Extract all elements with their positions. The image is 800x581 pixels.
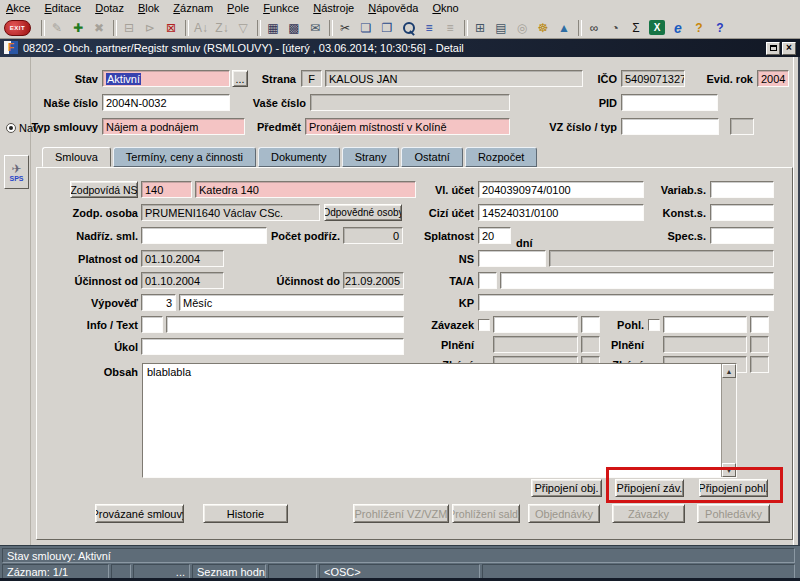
paper-plane-icon: ✈ xyxy=(11,163,21,175)
menu-blok[interactable]: Blok xyxy=(138,2,159,17)
cizi-ucet-field[interactable]: 14524031/0100 xyxy=(478,204,644,221)
zavazek-label: Závazek xyxy=(422,319,474,333)
query-run-icon: ⊳ xyxy=(140,19,160,37)
zodpovida-ns-name-field[interactable]: Katedra 140 xyxy=(195,181,416,198)
odpovedne-osoby-button[interactable]: Odpovědné osoby xyxy=(324,204,402,221)
evid-rok-label: Evid. rok xyxy=(693,73,753,87)
tab-rozpocet[interactable]: Rozpočet xyxy=(465,147,537,167)
excel-icon[interactable]: X xyxy=(649,20,665,35)
menu-akce[interactable]: Akce xyxy=(6,2,30,17)
mail-icon[interactable]: ✉ xyxy=(305,19,325,37)
info-code-field[interactable] xyxy=(141,316,163,333)
menu-pole[interactable]: Pole xyxy=(227,2,249,17)
spec-s-field[interactable] xyxy=(710,227,774,244)
evid-rok-field[interactable]: 2004 xyxy=(757,70,789,87)
gauge-icon[interactable]: ◔ xyxy=(605,19,625,37)
ico-field: 5409071327 xyxy=(621,70,685,87)
restore-button[interactable] xyxy=(766,42,780,55)
menu-nastroje[interactable]: Nástroje xyxy=(313,2,354,17)
tab-terminy-ceny-cinnosti[interactable]: Termíny, ceny a činnosti xyxy=(113,147,256,167)
scroll-down-icon[interactable]: ▼ xyxy=(722,463,736,477)
vz-typ-field xyxy=(730,118,754,135)
tab-smlouva[interactable]: Smlouva xyxy=(42,147,111,167)
nadriz-sml-field[interactable] xyxy=(141,227,267,244)
tab-strany[interactable]: Strany xyxy=(342,147,400,167)
vl-ucet-label: Vl. účet xyxy=(420,184,474,198)
search-icon[interactable] xyxy=(398,19,418,37)
zavazek-field[interactable] xyxy=(493,316,578,333)
vypoved-count-field[interactable]: 3 xyxy=(141,294,176,311)
link-icon[interactable]: ∞ xyxy=(584,19,604,37)
values-list-icon[interactable]: ≡ xyxy=(419,19,439,37)
sum-icon[interactable]: Σ xyxy=(626,19,646,37)
zavazek-checkbox[interactable] xyxy=(478,319,490,331)
stav-field[interactable]: Aktivní xyxy=(102,70,230,87)
ukol-field[interactable] xyxy=(141,338,404,355)
ta-a-name-field[interactable] xyxy=(500,272,774,289)
add-record-icon[interactable]: ✚ xyxy=(68,19,88,37)
vz-cislo-field[interactable] xyxy=(621,118,719,135)
konst-s-field[interactable] xyxy=(710,204,774,221)
obsah-scrollbar[interactable]: ▲ ▼ xyxy=(721,364,736,477)
menu-funkce[interactable]: Funkce xyxy=(263,2,299,17)
info-text-field[interactable] xyxy=(166,316,404,333)
vypoved-unit-field[interactable]: Měsíc xyxy=(179,294,404,311)
historie-button[interactable]: Historie xyxy=(203,504,288,523)
helm-icon[interactable]: ☸ xyxy=(533,19,553,37)
query-cancel-icon[interactable]: ⊠ xyxy=(161,19,181,37)
pripojeni-pohl-button[interactable]: Připojení pohl. xyxy=(699,479,768,497)
obsah-textarea[interactable]: blablabla ▲ ▼ xyxy=(142,363,737,478)
variab-s-field[interactable] xyxy=(710,181,774,198)
status-cell-empty-3 xyxy=(482,564,795,579)
splatnost-field[interactable]: 20 xyxy=(478,227,511,244)
tab-ostatni[interactable]: Ostatní xyxy=(401,147,462,167)
print-icon[interactable]: ▦ xyxy=(263,19,283,37)
close-button[interactable]: × xyxy=(782,42,796,55)
menu-dotaz[interactable]: Dotaz xyxy=(95,2,124,17)
vase-cislo-label: Vaše číslo xyxy=(245,97,306,111)
menu-napoveda[interactable]: Nápověda xyxy=(368,2,418,17)
paste-icon[interactable]: ❐ xyxy=(377,19,397,37)
status-list-of-values[interactable]: Seznam hodn... xyxy=(192,564,266,579)
pid-field[interactable] xyxy=(621,94,718,111)
provazane-smlouvy-button[interactable]: Provázané smlouvy xyxy=(95,504,184,523)
nase-cislo-field[interactable]: 2004N-0032 xyxy=(102,94,230,111)
copy-icon[interactable]: ❏ xyxy=(356,19,376,37)
menu-okno[interactable]: Okno xyxy=(432,2,458,17)
status-cell-dots: ... xyxy=(133,564,190,579)
delete-record-icon: ✖ xyxy=(89,19,109,37)
globe-icon: ◎ xyxy=(512,19,532,37)
zavazek-currency-field[interactable] xyxy=(581,316,600,333)
cut-icon[interactable]: ✂ xyxy=(335,19,355,37)
kp-field[interactable] xyxy=(478,294,774,311)
notepad-icon[interactable]: ▤ xyxy=(491,19,511,37)
zodpovida-ns-code-field[interactable]: 140 xyxy=(141,181,192,198)
menu-zaznam[interactable]: Záznam xyxy=(173,2,213,17)
typ-smlouvy-field[interactable]: Nájem a podnájem xyxy=(102,118,245,135)
exit-button[interactable]: EXIT xyxy=(4,20,31,36)
cizi-ucet-label: Cizí účet xyxy=(418,207,474,221)
pripojeni-zav-button[interactable]: Připojení záv. xyxy=(615,479,684,497)
scroll-up-icon[interactable]: ▲ xyxy=(722,364,736,378)
tab-dokumenty[interactable]: Dokumenty xyxy=(258,147,340,167)
ta-a-code-field[interactable] xyxy=(478,272,497,289)
pohl-checkbox[interactable] xyxy=(648,319,660,331)
help-icon[interactable]: ? xyxy=(710,19,730,37)
ns-code-field[interactable] xyxy=(478,250,546,267)
ucinnost-do-label: Účinnost do xyxy=(258,275,340,289)
restore-icon xyxy=(770,45,777,51)
predmet-field[interactable]: Pronájem místností v Kolíně xyxy=(305,118,510,135)
pripojeni-obj-button[interactable]: Připojení obj. xyxy=(531,479,602,497)
menu-editace[interactable]: Editace xyxy=(44,2,81,17)
import-icon[interactable]: ⊞ xyxy=(470,19,490,37)
pyramid-icon[interactable]: ▲ xyxy=(554,19,574,37)
splatnost-unit-label: dní xyxy=(516,237,542,251)
vl-ucet-field[interactable]: 2040390974/0100 xyxy=(478,181,644,198)
browser-icon[interactable]: e xyxy=(668,19,688,37)
pohl-currency-field[interactable] xyxy=(750,316,769,333)
sps-button[interactable]: ✈ SPS xyxy=(4,155,29,189)
zodpovida-ns-button[interactable]: Zodpovídá NS xyxy=(70,181,138,198)
help-id-icon[interactable]: ? xyxy=(689,19,709,37)
print-report-icon[interactable]: ▩ xyxy=(284,19,304,37)
pohl-field[interactable] xyxy=(663,316,747,333)
